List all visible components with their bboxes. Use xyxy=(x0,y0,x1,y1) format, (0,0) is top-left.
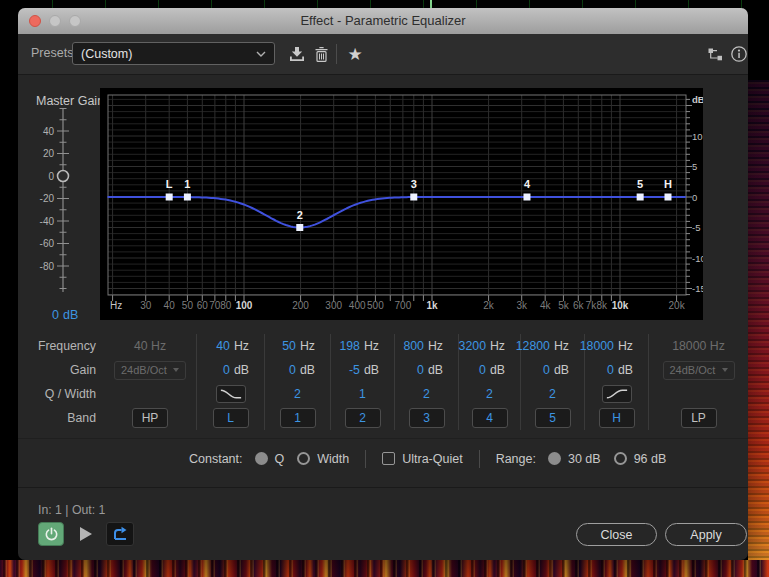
eq-graph: Hz3040506070801002003004005007001k2k3k4k… xyxy=(100,88,703,320)
eq-point-4[interactable] xyxy=(523,194,530,201)
effect-power-toggle[interactable] xyxy=(38,522,64,546)
eq-point-2[interactable] xyxy=(296,224,303,231)
apply-button[interactable]: Apply xyxy=(665,523,747,546)
band-button-L[interactable]: L xyxy=(213,408,249,428)
band-button-4[interactable]: 4 xyxy=(472,408,508,428)
master-tick-label: -40 xyxy=(40,216,55,227)
x-tick-label: 4k xyxy=(540,300,552,311)
eq-point-3[interactable] xyxy=(410,194,417,201)
constant-q-radio[interactable] xyxy=(255,452,268,465)
eq-point-L[interactable] xyxy=(166,194,173,201)
favorite-button[interactable]: ★ xyxy=(344,42,366,66)
band-2-q[interactable]: 1 xyxy=(331,382,394,406)
band-button-2[interactable]: 2 xyxy=(345,408,381,428)
x-tick-label: 1k xyxy=(426,300,438,311)
band-button-HP[interactable]: HP xyxy=(132,408,168,428)
master-gain-label: Master Gain xyxy=(36,94,104,108)
close-button[interactable]: Close xyxy=(576,523,657,546)
band-5-q[interactable]: 2 xyxy=(521,382,584,406)
range-96db-radio[interactable] xyxy=(614,452,627,465)
band-column-LP: 18000 Hz24dB/OctLP xyxy=(648,334,748,430)
eq-point-1[interactable] xyxy=(184,194,191,201)
master-gain-slider[interactable]: 40200-20-40-60-80 xyxy=(26,108,90,300)
star-icon: ★ xyxy=(347,46,362,63)
x-tick-label: 50 xyxy=(182,300,194,311)
ultra-quiet-label: Ultra-Quiet xyxy=(402,452,462,466)
io-status: In: 1 | Out: 1 xyxy=(38,503,105,517)
gain-row-label: Gain xyxy=(18,358,104,382)
delete-preset-button[interactable] xyxy=(310,42,332,66)
master-gain-knob[interactable] xyxy=(58,171,69,182)
band-5-gain[interactable]: 0dB xyxy=(521,358,584,382)
band-4-gain[interactable]: 0dB xyxy=(459,358,520,382)
master-gain-value[interactable]: 0dB xyxy=(52,308,78,322)
y-tick-label: 10 xyxy=(692,131,703,142)
band-button-LP[interactable]: LP xyxy=(681,408,717,428)
band-3-q[interactable]: 2 xyxy=(395,382,458,406)
x-tick-label: 3k xyxy=(516,300,528,311)
band-L-frequency[interactable]: 40Hz xyxy=(197,334,264,358)
band-3-gain[interactable]: 0dB xyxy=(395,358,458,382)
preview-play-button[interactable] xyxy=(80,527,92,541)
ultra-quiet-checkbox[interactable] xyxy=(382,452,395,465)
trash-icon xyxy=(314,46,329,63)
master-tick-label: -80 xyxy=(40,261,55,272)
band-button-5[interactable]: 5 xyxy=(535,408,571,428)
master-tick-label: -60 xyxy=(40,238,55,249)
effect-routing-button[interactable] xyxy=(704,42,726,66)
band-column-L: 40Hz0dBL xyxy=(196,334,264,430)
x-tick-label: 30 xyxy=(140,300,152,311)
eq-point-label-H: H xyxy=(664,178,672,190)
help-button[interactable] xyxy=(728,42,748,66)
constant-width-radio[interactable] xyxy=(297,452,310,465)
presets-label: Presets: xyxy=(31,46,77,60)
x-tick-label: 10k xyxy=(612,300,629,311)
routing-icon xyxy=(707,47,724,62)
eq-point-5[interactable] xyxy=(637,194,644,201)
band-4-q[interactable]: 2 xyxy=(459,382,520,406)
band-5-frequency[interactable]: 12800Hz xyxy=(521,334,584,358)
band-2-gain[interactable]: -5dB xyxy=(331,358,394,382)
footer-divider xyxy=(18,487,748,488)
band-H-gain[interactable]: 0dB xyxy=(585,358,648,382)
band-L-gain[interactable]: 0dB xyxy=(197,358,264,382)
band-1-frequency[interactable]: 50Hz xyxy=(265,334,330,358)
options-divider xyxy=(365,450,366,468)
preset-select[interactable]: (Custom) xyxy=(72,42,275,65)
band-H-frequency[interactable]: 18000Hz xyxy=(585,334,648,358)
chevron-down-icon xyxy=(173,368,179,372)
background-spectrogram xyxy=(0,560,769,577)
band-HP-slope-select: 24dB/Oct xyxy=(104,358,196,382)
titlebar[interactable]: Effect - Parametric Equalizer xyxy=(18,8,748,35)
band-H-cell: H xyxy=(585,406,648,430)
band-column-H: 18000Hz0dBH xyxy=(584,334,648,430)
band-1-gain[interactable]: 0dB xyxy=(265,358,330,382)
eq-point-H[interactable] xyxy=(664,194,671,201)
master-tick-label: 40 xyxy=(43,126,55,137)
band-button-1[interactable]: 1 xyxy=(280,408,316,428)
band-3-frequency[interactable]: 800Hz xyxy=(395,334,458,358)
band-column-3: 800Hz0dB23 xyxy=(394,334,458,430)
save-preset-button[interactable] xyxy=(286,42,308,66)
shelf-high-icon[interactable] xyxy=(602,385,632,403)
band-1-q[interactable]: 2 xyxy=(265,382,330,406)
band-button-H[interactable]: H xyxy=(599,408,635,428)
band-L-q[interactable] xyxy=(197,382,264,406)
x-tick-label: 7k xyxy=(586,300,598,311)
band-4-cell: 4 xyxy=(459,406,520,430)
band-4-frequency[interactable]: 3200Hz xyxy=(459,334,520,358)
shelf-low-icon[interactable] xyxy=(216,385,246,403)
save-icon xyxy=(288,46,306,63)
band-5-cell: 5 xyxy=(521,406,584,430)
loop-playback-button[interactable] xyxy=(106,522,134,546)
band-2-frequency[interactable]: 198Hz xyxy=(331,334,394,358)
band-button-3[interactable]: 3 xyxy=(409,408,445,428)
range-30db-radio[interactable] xyxy=(548,452,561,465)
range-30db-label: 30 dB xyxy=(568,452,601,466)
loop-play-icon xyxy=(111,526,130,542)
y-axis-unit: dB xyxy=(692,94,703,105)
band-H-q[interactable] xyxy=(585,382,648,406)
options-divider xyxy=(479,450,480,468)
band-column-1: 50Hz0dB21 xyxy=(264,334,330,430)
x-tick-label: 200 xyxy=(292,300,309,311)
